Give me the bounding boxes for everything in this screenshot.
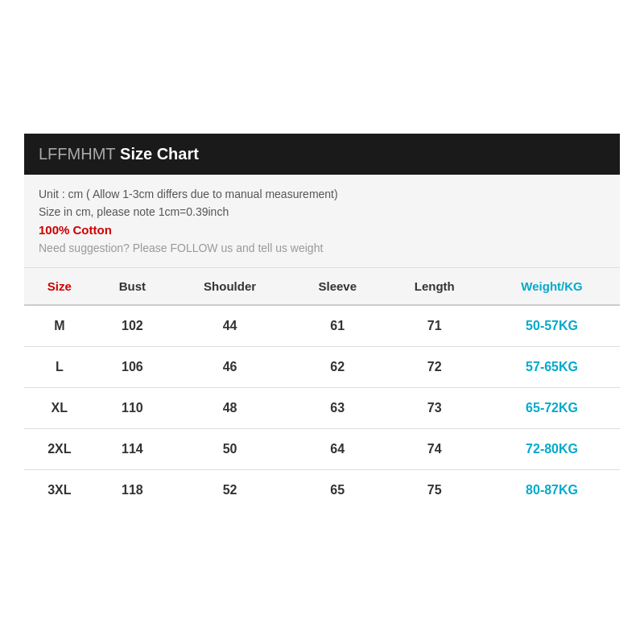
cell-shoulder: 46 bbox=[170, 347, 290, 388]
cell-weight: 72-80KG bbox=[484, 429, 620, 470]
cell-sleeve: 63 bbox=[290, 388, 385, 429]
cotton-note: 100% Cotton bbox=[39, 223, 605, 237]
cell-size: XL bbox=[24, 388, 95, 429]
cell-shoulder: 44 bbox=[170, 305, 290, 347]
col-header-length: Length bbox=[385, 268, 484, 305]
title-bar: LFFMHMT Size Chart bbox=[24, 134, 620, 175]
brand-name: LFFMHMT bbox=[39, 145, 116, 163]
cell-weight: 80-87KG bbox=[484, 470, 620, 511]
cell-shoulder: 50 bbox=[170, 429, 290, 470]
cell-shoulder: 48 bbox=[170, 388, 290, 429]
cell-length: 72 bbox=[385, 347, 484, 388]
cell-sleeve: 64 bbox=[290, 429, 385, 470]
cell-size: L bbox=[24, 347, 95, 388]
cell-sleeve: 61 bbox=[290, 305, 385, 347]
cell-length: 74 bbox=[385, 429, 484, 470]
info-section: Unit : cm ( Allow 1-3cm differs due to m… bbox=[24, 175, 620, 268]
chart-title: Size Chart bbox=[116, 145, 199, 163]
col-header-shoulder: Shoulder bbox=[170, 268, 290, 305]
cell-length: 73 bbox=[385, 388, 484, 429]
cell-weight: 50-57KG bbox=[484, 305, 620, 347]
suggestion-note: Need suggestion? Please FOLLOW us and te… bbox=[39, 242, 605, 254]
table-row: 3XL11852657580-87KG bbox=[24, 470, 620, 511]
cell-bust: 118 bbox=[95, 470, 170, 511]
cell-bust: 114 bbox=[95, 429, 170, 470]
cm-note: Size in cm, please note 1cm=0.39inch bbox=[39, 205, 605, 218]
cell-weight: 57-65KG bbox=[484, 347, 620, 388]
col-header-weight: Weight/KG bbox=[484, 268, 620, 305]
cell-weight: 65-72KG bbox=[484, 388, 620, 429]
table-row: XL11048637365-72KG bbox=[24, 388, 620, 429]
col-header-size: Size bbox=[24, 268, 95, 305]
col-header-sleeve: Sleeve bbox=[290, 268, 385, 305]
table-header-row: Size Bust Shoulder Sleeve Length Weight/… bbox=[24, 268, 620, 305]
table-row: M10244617150-57KG bbox=[24, 305, 620, 347]
cell-sleeve: 65 bbox=[290, 470, 385, 511]
cell-size: 2XL bbox=[24, 429, 95, 470]
cell-bust: 102 bbox=[95, 305, 170, 347]
size-table: Size Bust Shoulder Sleeve Length Weight/… bbox=[24, 268, 620, 510]
table-row: L10646627257-65KG bbox=[24, 347, 620, 388]
cell-shoulder: 52 bbox=[170, 470, 290, 511]
table-row: 2XL11450647472-80KG bbox=[24, 429, 620, 470]
cell-length: 71 bbox=[385, 305, 484, 347]
cell-bust: 110 bbox=[95, 388, 170, 429]
size-chart-container: LFFMHMT Size Chart Unit : cm ( Allow 1-3… bbox=[16, 126, 628, 518]
cell-size: M bbox=[24, 305, 95, 347]
col-header-bust: Bust bbox=[95, 268, 170, 305]
cell-sleeve: 62 bbox=[290, 347, 385, 388]
cell-bust: 106 bbox=[95, 347, 170, 388]
cell-size: 3XL bbox=[24, 470, 95, 511]
cell-length: 75 bbox=[385, 470, 484, 511]
unit-note: Unit : cm ( Allow 1-3cm differs due to m… bbox=[39, 188, 605, 200]
